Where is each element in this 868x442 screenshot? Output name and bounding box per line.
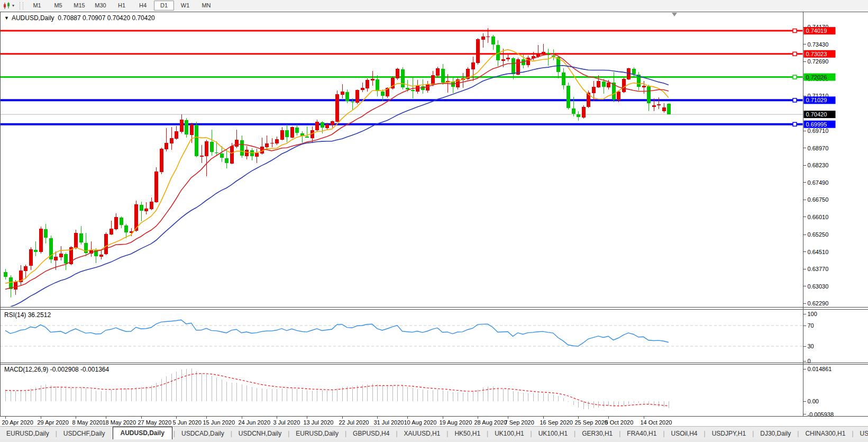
date-label: 22 Jul 2020 [339,419,369,426]
price-chart-svg[interactable]: 0.741700.734300.726900.719500.712100.697… [0,11,868,426]
chart-tab-usdcad-3[interactable]: USDCAD,Daily [175,428,231,440]
date-label: 31 Jul 2020 [374,419,404,426]
chart-tab-fra40-12[interactable]: FRA40,H1 [620,428,663,440]
chart-tab-dj30-15[interactable]: DJ30,Daily [754,428,797,440]
candle-body [210,142,214,152]
candle-body [235,140,239,146]
candle-body [607,83,610,88]
timeframe-button-d1[interactable]: D1 [154,1,174,11]
candle-body [582,107,586,118]
chart-tab-eurusd-5[interactable]: EURUSD,Daily [289,428,345,440]
chart-tab-usdchf-1[interactable]: USDCHF,Daily [57,428,112,440]
price-tick-label: 0.63030 [808,283,829,290]
candle-body [140,205,143,211]
candle-body [426,84,430,91]
candle-body [160,149,163,172]
candle-body [366,80,369,88]
timeframe-button-m1[interactable]: M1 [27,1,47,11]
candle-body [411,90,415,91]
chart-tab-usdjpy-14[interactable]: USDJPY,H1 [706,428,752,440]
chart-tab-gbpusd-6[interactable]: GBPUSD,H4 [346,428,396,440]
candle-body [14,282,17,290]
chart-tab-usoil-13[interactable]: USOil,H4 [665,428,704,440]
chart-tab-usoil-17[interactable]: USOil,H1 [854,428,868,440]
price-tick-label: 0.63770 [808,266,829,272]
candle-body [657,104,661,105]
macd-indicator-label: MACD(12,26,9) -0.002908 -0.001364 [4,366,109,373]
hline-handle-0.73023[interactable] [793,52,797,56]
candle-body [120,218,123,225]
timeframe-button-mn[interactable]: MN [196,1,216,11]
date-label: 5 Oct 2020 [605,419,634,426]
chart-tab-uk100-9[interactable]: UK100,H1 [488,428,530,440]
hline-handle-0.72026[interactable] [793,75,797,79]
timeframe-button-h4[interactable]: H4 [133,1,153,11]
candle-body [114,217,118,229]
chart-title: ▼AUDUSD,Daily 0.70887 0.70907 0.70420 0.… [4,14,155,22]
price-tick-label: 0.66750 [808,196,829,203]
candle-body [345,92,349,101]
candle-body [265,143,269,147]
date-label: 15 Jun 2020 [203,419,235,426]
timeframe-button-w1[interactable]: W1 [175,1,195,11]
candle-body [662,107,666,111]
rsi-axis-label: 0 [808,358,811,364]
date-label: 19 Aug 2020 [440,419,472,426]
candle-body [240,140,244,156]
price-tick-label: 0.68230 [808,162,829,168]
candle-body [431,75,435,85]
timeframe-button-m5[interactable]: M5 [48,1,68,11]
candlestick-chart-icon[interactable] [2,1,12,10]
candle-body [255,153,259,156]
candle-body [361,88,364,90]
candle-body [567,86,570,108]
chart-tab-usdcnh-4[interactable]: USDCNH,Daily [232,428,288,440]
date-label: 13 Jul 2020 [304,419,334,426]
candle-body [597,81,600,87]
rsi-indicator-label: RSI(14) 36.2512 [4,311,51,319]
chart-tab-audusd-2[interactable]: AUDUSD,Daily [113,427,172,440]
rsi-axis-label: 70 [808,322,814,329]
candle-body [295,128,299,133]
candle-body [220,154,224,158]
candle-body [486,37,490,38]
candle-body [501,59,505,61]
timeframe-button-m15[interactable]: M15 [69,1,89,11]
price-tick-label: 0.67490 [808,179,829,186]
chart-tab-ger30-11[interactable]: GER30,H1 [575,428,619,440]
candle-body [642,86,646,87]
hline-handle-0.74019[interactable] [793,29,797,33]
chart-tab-uk100-10[interactable]: UK100,H1 [532,428,574,440]
timeframe-button-m30[interactable]: M30 [90,1,111,11]
price-tick-label: 0.69710 [808,128,829,134]
chart-tab-hk50-8[interactable]: HK50,H1 [448,428,487,440]
candle-body [471,62,475,69]
candle-body [552,56,555,57]
current-price-label: 0.70420 [806,111,827,118]
hline-badge-label: 0.72026 [806,74,827,80]
candle-body [406,88,409,89]
date-label: 5 Jun 2020 [173,419,202,426]
timeframe-button-h1[interactable]: H1 [112,1,132,11]
chart-tab-xauusd-7[interactable]: XAUUSD,H1 [398,428,447,440]
candle-body [572,109,575,114]
chart-tab-eurusd-0[interactable]: EURUSD,Daily [0,428,56,440]
hline-handle-0.71029[interactable] [793,98,797,102]
candle-body [285,130,289,137]
hline-badge-label: 0.69995 [806,121,827,128]
candle-body [371,79,374,80]
candle-body [562,73,565,86]
candle-body [185,120,188,134]
candle-body [24,266,28,271]
chart-tab-china300-16[interactable]: CHINA300,H1 [799,428,852,440]
candle-body [109,229,113,234]
chart-title-caret[interactable]: ▼ [4,15,9,21]
chart-type-dropdown-caret[interactable]: ▾ [12,3,14,8]
chart-area[interactable]: 0.741700.734300.726900.719500.712100.697… [0,11,868,426]
candle-body [59,254,63,257]
macd-values: -0.002908 -0.001364 [50,366,109,373]
candle-body [275,139,279,143]
toolbar-grip[interactable] [20,2,23,10]
hline-handle-0.69995[interactable] [793,122,797,126]
date-label: 3 Jul 2020 [273,419,300,426]
